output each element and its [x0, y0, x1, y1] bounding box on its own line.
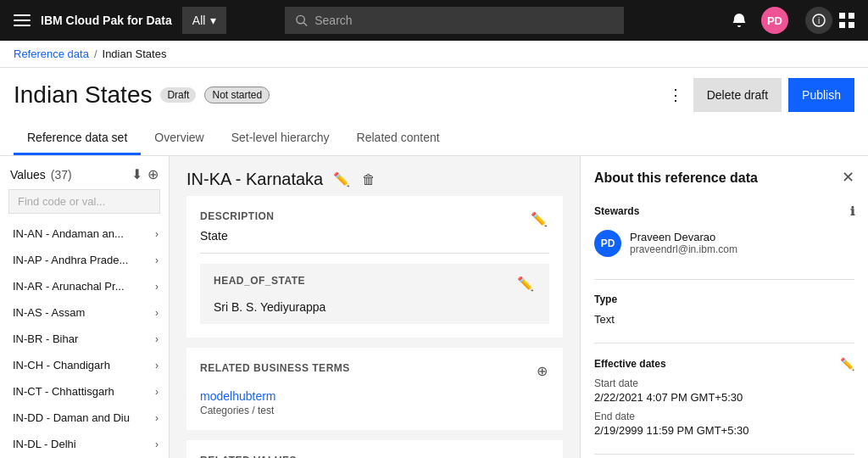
end-date-value: 2/19/2999 11:59 PM GMT+5:30 — [594, 424, 854, 437]
tab-overview[interactable]: Overview — [141, 122, 217, 155]
search-scope-dropdown[interactable]: All ▾ — [182, 7, 227, 34]
right-panel-title: About this reference data — [594, 170, 758, 187]
edit-effective-dates-icon[interactable]: ✏️ — [840, 357, 854, 371]
sidebar-search-input[interactable] — [8, 189, 160, 214]
list-item[interactable]: IN-CH - Chandigarh› — [0, 352, 169, 378]
grid-icon[interactable] — [839, 7, 854, 34]
sidebar-search-container — [0, 189, 169, 221]
tab-set-level-hierarchy[interactable]: Set-level hierarchy — [218, 122, 343, 155]
head-of-state-section: HEAD_OF_STATE ✏️ Sri B. S. Yediyurappa — [200, 264, 549, 324]
close-right-panel-button[interactable]: ✕ — [842, 168, 854, 187]
list-item[interactable]: IN-AN - Andaman an...› — [0, 221, 169, 247]
svg-line-4 — [304, 23, 308, 26]
list-item[interactable]: IN-DL - Delhi› — [0, 431, 169, 457]
head-of-state-label: HEAD_OF_STATE — [214, 275, 305, 287]
description-section: Description ✏️ State HEAD_OF_STATE ✏️ Sr… — [186, 196, 563, 338]
list-item[interactable]: IN-CT - Chhattisgarh› — [0, 378, 169, 405]
overflow-menu-btn[interactable]: ⋮ — [665, 82, 687, 108]
sidebar-header: Values (37) ⬇ ⊕ — [0, 156, 169, 189]
list-item[interactable]: IN-AP - Andhra Prade...› — [0, 247, 169, 273]
add-related-terms-icon[interactable]: ⊕ — [535, 361, 549, 381]
content-area: IN-KA - Karnataka ✏️ 🗑 Description ✏️ St… — [170, 156, 580, 458]
description-label: Description — [200, 210, 275, 222]
tab-related-content[interactable]: Related content — [343, 122, 453, 155]
publish-button[interactable]: Publish — [788, 78, 854, 112]
svg-rect-10 — [849, 22, 854, 28]
start-date-value: 2/22/2021 4:07 PM GMT+5:30 — [594, 391, 854, 404]
sidebar-list: IN-AN - Andaman an...› IN-AP - Andhra Pr… — [0, 221, 169, 458]
related-term-categories: Categories / test — [200, 405, 549, 416]
tab-reference-data-set[interactable]: Reference data set — [14, 122, 141, 155]
add-value-icon[interactable]: ⊕ — [147, 166, 159, 182]
status-badge: Not started — [204, 87, 270, 103]
download-icon[interactable]: ⬇ — [131, 166, 142, 182]
list-item[interactable]: IN-AR - Arunachal Pr...› — [0, 273, 169, 299]
edit-head-of-state-icon[interactable]: ✏️ — [515, 274, 536, 293]
steward-name: Praveen Devarao — [630, 231, 737, 243]
related-business-terms-label: Related business terms — [200, 362, 350, 374]
type-section: Type Text — [594, 293, 854, 326]
svg-text:i: i — [818, 16, 820, 25]
steward-item: PD Praveen Devarao praveendrl@in.ibm.com — [594, 225, 854, 262]
svg-rect-2 — [14, 25, 31, 26]
breadcrumb-parent[interactable]: Reference data — [14, 47, 89, 60]
description-value: State — [200, 229, 228, 243]
start-date-label: Start date — [594, 377, 854, 389]
right-panel-header: About this reference data ✕ — [594, 170, 854, 187]
svg-rect-1 — [14, 20, 31, 21]
steward-email: praveendrl@in.ibm.com — [630, 243, 737, 255]
related-business-terms-section: Related business terms ⊕ modelhubterm Ca… — [186, 348, 563, 430]
steward-info: Praveen Devarao praveendrl@in.ibm.com — [630, 231, 737, 255]
nav-extra-icons: i — [805, 7, 854, 34]
related-term-link[interactable]: modelhubterm — [200, 389, 276, 403]
stewards-section: Stewards ℹ PD Praveen Devarao praveendrl… — [594, 204, 854, 262]
chevron-right-icon: › — [155, 360, 159, 371]
stewards-info-icon[interactable]: ℹ — [850, 204, 854, 218]
start-date-field: Start date 2/22/2021 4:07 PM GMT+5:30 — [594, 377, 854, 404]
list-item[interactable]: IN-DD - Daman and Diu› — [0, 405, 169, 431]
add-related-values-icon[interactable]: ⊕ — [535, 454, 549, 458]
list-item[interactable]: IN-BR - Bihar› — [0, 326, 169, 352]
top-nav: IBM Cloud Pak for Data All ▾ PD i — [0, 0, 868, 41]
delete-draft-button[interactable]: Delete draft — [693, 78, 782, 112]
head-of-state-value: Sri B. S. Yediyurappa — [214, 300, 326, 314]
edit-title-icon[interactable]: ✏️ — [331, 170, 352, 189]
notification-icon[interactable] — [731, 12, 748, 29]
delete-value-icon[interactable]: 🗑 — [360, 170, 377, 189]
steward-avatar: PD — [594, 230, 621, 257]
chevron-right-icon: › — [155, 254, 159, 266]
hamburger-menu[interactable] — [14, 12, 31, 29]
chevron-right-icon: › — [155, 281, 159, 293]
stewards-label: Stewards ℹ — [594, 204, 854, 218]
search-input[interactable] — [314, 14, 614, 27]
type-value: Text — [594, 313, 615, 326]
breadcrumb-separator: / — [94, 47, 97, 60]
sidebar: Values (37) ⬇ ⊕ IN-AN - Andaman an...› I… — [0, 156, 170, 458]
end-date-field: End date 2/19/2999 11:59 PM GMT+5:30 — [594, 411, 854, 437]
draft-badge: Draft — [160, 87, 196, 103]
effective-dates-label: Effective dates ✏️ — [594, 357, 854, 371]
main-layout: Values (37) ⬇ ⊕ IN-AN - Andaman an...› I… — [0, 156, 868, 458]
content-header: IN-KA - Karnataka ✏️ 🗑 — [170, 156, 580, 196]
chevron-right-icon: › — [155, 438, 159, 450]
page-title: Indian States — [14, 81, 152, 109]
chevron-right-icon: › — [155, 228, 159, 240]
global-search[interactable] — [285, 7, 624, 34]
chevron-right-icon: › — [155, 333, 159, 345]
avatar[interactable]: PD — [761, 7, 788, 34]
chevron-right-icon: › — [155, 307, 159, 319]
related-values-label: Related values — [200, 455, 297, 459]
chevron-right-icon: › — [155, 412, 159, 424]
list-item[interactable]: IN-AS - Assam› — [0, 299, 169, 326]
breadcrumb: Reference data / Indian States — [0, 41, 868, 68]
svg-rect-7 — [839, 13, 845, 19]
nav-icons: PD — [731, 7, 788, 34]
breadcrumb-current: Indian States — [103, 47, 167, 60]
sidebar-values-label: Values — [10, 168, 46, 182]
edit-description-icon[interactable]: ✏️ — [529, 209, 549, 229]
chevron-down-icon: ▾ — [210, 14, 216, 27]
svg-rect-0 — [14, 14, 31, 16]
info-nav-icon[interactable]: i — [805, 7, 832, 34]
type-label: Type — [594, 293, 854, 305]
search-icon — [295, 14, 308, 27]
